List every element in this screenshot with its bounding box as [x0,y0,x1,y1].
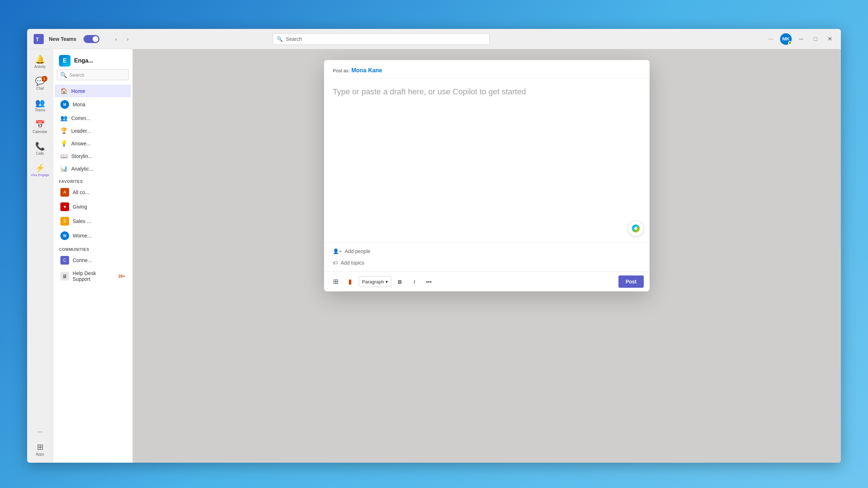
teams-logo: T [33,33,44,45]
secondary-nav-home[interactable]: 🏠 Home [55,85,131,97]
secondary-nav-label-mona: Mona [73,102,85,107]
compose-modal: Post as: Mona Kane Type or paste a draft… [324,60,650,291]
giving-icon: ♥ [60,202,69,211]
calendar-icon: 📅 [35,121,45,129]
post-as-name[interactable]: Mona Kane [351,67,382,73]
sales-label: Sales ... [73,218,91,224]
presence-status [788,41,792,45]
secondary-nav-label-communities: Comm... [71,115,90,121]
secondary-nav-leaderboard[interactable]: 🏆 Leader... [55,124,131,137]
sidebar-label-chat: Chat [36,86,44,91]
favorites-header: Favorites [53,175,132,185]
calls-icon: 📞 [35,142,45,150]
secondary-nav-analytics[interactable]: 📊 Analytic... [55,162,131,175]
add-people-row[interactable]: 👤+ Add people [333,247,641,256]
activity-icon: 🔔 [35,56,45,64]
secondary-nav-label-home: Home [71,88,85,94]
post-button[interactable]: Post [618,275,644,288]
forward-button[interactable]: › [123,34,133,44]
app-name: New Teams [49,36,76,42]
women-avatar: W [60,231,69,240]
add-people-icon: 👤+ [333,248,342,254]
bold-button[interactable]: B [394,276,406,287]
chat-badge: 1 [42,76,47,82]
secondary-nav-label-leaderboard: Leader... [71,128,91,134]
search-bar[interactable]: 🔍 Search [273,33,490,45]
italic-button[interactable]: I [409,276,420,287]
post-as-label: Post as: [333,68,350,73]
secondary-nav-all-company[interactable]: A All co... [55,185,131,200]
women-label: Wome... [73,233,92,239]
add-topics-label: Add topics [341,260,364,266]
engage-title: Enga... [74,57,93,64]
more-formatting-button[interactable]: ••• [423,276,435,287]
analytics-icon: 📊 [60,165,68,172]
secondary-nav-mona[interactable]: M Mona [55,97,131,112]
communities-header: Communities [53,243,132,253]
answers-icon: 💡 [60,140,68,147]
sidebar-label-apps: Apps [36,452,44,457]
search-icon: 🔍 [277,36,283,42]
secondary-nav-label-analytics: Analytic... [71,166,93,172]
all-company-label: All co... [73,189,89,195]
svg-text:T: T [36,37,39,42]
secondary-nav-sales[interactable]: S Sales ... [55,214,131,228]
sidebar-label-calls: Calls [36,151,44,156]
copilot-floating-button[interactable] [628,221,644,236]
sales-icon: S [60,217,69,226]
apps-icon: ⊞ [37,443,43,451]
help-desk-badge: 20+ [118,274,125,278]
connect-icon: C [60,256,69,265]
teams-icon: 👥 [35,99,45,107]
storylines-icon: 📖 [60,153,68,159]
nav-arrows: ‹ › [111,34,133,44]
sidebar-item-activity[interactable]: 🔔 Activity [30,52,50,72]
more-options-button[interactable]: ··· [766,34,776,44]
minimize-button[interactable]: ─ [796,34,806,44]
secondary-nav-connect[interactable]: C Conne... [55,253,131,267]
compose-extras: 👤+ Add people 🏷 Add topics [324,242,650,271]
sidebar-label-viva-engage: Viva Engage [31,173,49,177]
sidebar-item-calls[interactable]: 📞 Calls [30,139,50,159]
sidebar-item-teams[interactable]: 👥 Teams [30,95,50,116]
secondary-search[interactable]: 🔍 Search [57,69,129,80]
paragraph-label: Paragraph [362,279,384,284]
title-bar-right: ··· MK ─ □ ✕ [766,33,835,45]
secondary-nav-women[interactable]: W Wome... [55,228,131,243]
sidebar-label-teams: Teams [35,108,45,112]
help-desk-label: Help Desk Support [73,270,115,282]
all-company-icon: A [60,188,69,197]
add-topics-icon: 🏷 [333,260,338,266]
mona-avatar: M [60,100,69,109]
add-topics-row[interactable]: 🏷 Add topics [333,258,641,267]
compose-toolbar: ⊞ ▮ Paragraph ▾ B I ••• Post [324,271,650,291]
avatar[interactable]: MK [780,33,792,45]
sidebar-more-button[interactable]: ··· [30,425,50,438]
secondary-nav-giving[interactable]: ♥ Giving [55,200,131,214]
sidebar-label-calendar: Calendar [33,130,47,134]
sidebar-item-calendar[interactable]: 📅 Calendar [30,117,50,137]
format-type-button[interactable]: ⊞ [330,276,341,287]
format-highlight-button[interactable]: ▮ [344,276,356,287]
sidebar-item-viva-engage[interactable]: ⚡ Viva Engage [30,160,50,181]
home-icon: 🏠 [60,87,68,94]
secondary-nav-communities[interactable]: 👥 Comm... [55,112,131,124]
communities-icon: 👥 [60,115,68,121]
paragraph-select[interactable]: Paragraph ▾ [359,276,391,287]
new-teams-toggle[interactable] [84,35,99,43]
secondary-nav-answers[interactable]: 💡 Answe... [55,137,131,150]
secondary-nav-storylines[interactable]: 📖 Storylin... [55,150,131,162]
title-bar: T New Teams ‹ › 🔍 Search ··· MK ─ □ ✕ [27,29,841,49]
sidebar-item-chat[interactable]: 💬 Chat 1 [30,74,50,94]
close-button[interactable]: ✕ [825,34,835,44]
sidebar-item-apps[interactable]: ⊞ Apps [30,440,50,460]
back-button[interactable]: ‹ [111,34,121,44]
maximize-button[interactable]: □ [810,34,821,44]
paragraph-chevron: ▾ [386,279,388,284]
teams-window: T New Teams ‹ › 🔍 Search ··· MK ─ □ ✕ [27,29,841,463]
compose-top: Post as: Mona Kane [324,60,650,78]
secondary-nav-help-desk[interactable]: 🖥 Help Desk Support 20+ [55,267,131,285]
compose-editor[interactable]: Type or paste a draft here, or use Copil… [324,78,650,242]
giving-label: Giving [73,204,87,210]
sidebar-label-activity: Activity [34,65,46,69]
